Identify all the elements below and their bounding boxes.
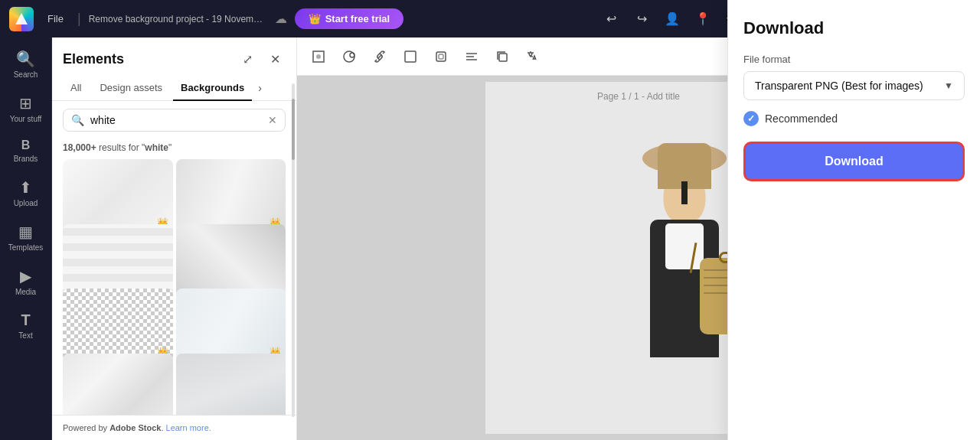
main-area: 🔍 Search ⊞ Your stuff B Brands ⬆ Upload … [0,37,980,440]
project-title: Remove background project - 19 November … [89,14,267,24]
panel-scrollbar[interactable] [292,83,295,417]
bg-item-7[interactable] [63,354,173,416]
hat-band [681,181,688,204]
pin-button[interactable]: 📍 [689,5,717,33]
undo-button[interactable]: ↩ [597,5,625,33]
sidebar-label-text: Text [18,331,32,340]
bg-item-2[interactable]: 👑 [176,159,286,233]
sidebar-label-brands: Brands [14,155,38,163]
tab-all[interactable]: All [63,76,89,101]
close-panel-icon[interactable]: ✕ [264,48,286,70]
search-icon: 🔍 [16,50,35,68]
sidebar-item-upload[interactable]: ⬆ Upload [3,172,49,213]
bg-item-4[interactable] [176,224,286,298]
svg-rect-11 [499,54,507,61]
bg-item-1[interactable]: 👑 [63,159,173,233]
start-trial-button[interactable]: 👑 Start free trial [295,8,404,29]
adobe-stock-brand: Adobe Stock [109,423,161,432]
panel-scrollbar-thumb[interactable] [292,99,295,160]
crown-icon: 👑 [309,13,321,24]
recommended-row: ✓ Recommended [743,111,965,126]
sidebar-item-media[interactable]: ▶ Media [3,261,49,302]
media-icon: ▶ [20,267,31,285]
shape-tool[interactable] [337,44,361,69]
bg-item-6[interactable]: 👑 [176,288,286,362]
download-main-button[interactable]: Download [743,142,965,181]
link-tool[interactable] [368,44,392,69]
sidebar-label-yourstuff: Your stuff [10,115,42,123]
align-tool[interactable] [459,44,484,69]
svg-point-2 [316,54,321,59]
sidebar-label-search: Search [14,70,38,79]
sidebar-item-text[interactable]: T Text [3,305,49,346]
shirt [665,223,704,269]
text-icon: T [21,311,30,329]
tabs-more-arrow[interactable]: › [258,82,262,94]
collaborate-button[interactable]: 👤 [658,5,686,33]
sidebar-item-search[interactable]: 🔍 Search [3,44,49,85]
search-clear-icon[interactable]: ✕ [268,114,277,126]
download-panel-title: Download [743,37,965,38]
upload-icon: ⬆ [19,178,32,197]
brands-icon: B [21,139,31,152]
search-box: 🔍 ✕ [63,109,286,132]
panel-title: Elements [63,51,124,67]
redo-button[interactable]: ↪ [628,5,655,33]
results-label: 18,000+ results for "white" [52,139,296,159]
square-tool[interactable] [398,44,423,69]
format-label: File format [743,54,965,65]
border-tool[interactable] [429,44,453,69]
download-panel: Download File format Transparent PNG (Be… [727,37,980,440]
sidebar-item-brands[interactable]: B Brands [3,132,49,169]
elements-panel: Elements ⤢ ✕ All Design assets Backgroun… [52,37,297,440]
svg-rect-5 [405,51,416,62]
svg-rect-7 [439,54,443,59]
recommended-label: Recommended [765,112,838,125]
tab-design-assets[interactable]: Design assets [92,76,170,101]
panel-footer: Powered by Adobe Stock. Learn more. [52,415,296,440]
sidebar-label-media: Media [15,288,36,296]
templates-icon: ▦ [18,223,33,241]
translate-tool[interactable] [521,44,545,69]
sidebar-label-upload: Upload [14,199,38,207]
panel-header-icons: ⤢ ✕ [237,48,286,70]
page-label: Page 1 / 1 - Add title [597,91,680,102]
yourstuff-icon: ⊞ [19,94,32,112]
duplicate-tool[interactable] [490,44,514,69]
canva-logo [9,7,34,31]
bg-item-3[interactable] [63,224,173,298]
bg-item-5[interactable]: 👑 [63,288,173,362]
left-sidebar: 🔍 Search ⊞ Your stuff B Brands ⬆ Upload … [0,37,52,440]
svg-rect-6 [436,52,446,61]
crop-tool[interactable] [306,44,331,69]
sidebar-item-yourstuff[interactable]: ⊞ Your stuff [3,88,49,129]
panel-header: Elements ⤢ ✕ [52,37,296,76]
search-input[interactable] [90,114,262,126]
file-menu[interactable]: File [41,10,70,28]
tab-backgrounds[interactable]: Backgrounds [173,76,252,101]
check-icon: ✓ [743,111,759,126]
chevron-down-icon: ▼ [944,80,953,91]
sidebar-item-templates[interactable]: ▦ Templates [3,217,49,258]
bg-item-8[interactable] [176,354,286,416]
expand-panel-icon[interactable]: ⤢ [237,48,258,70]
sidebar-label-templates: Templates [8,243,44,252]
image-grid: 👑 👑 👑 👑 [52,159,296,415]
format-select-value: Transparent PNG (Best for images) [755,80,923,92]
format-select[interactable]: Transparent PNG (Best for images) ▼ [743,71,965,100]
learn-more-link[interactable]: Learn more. [166,423,211,432]
cloud-save-icon: ☁ [275,11,287,26]
panel-tabs: All Design assets Backgrounds › [52,76,296,101]
search-icon: 🔍 [71,114,84,126]
